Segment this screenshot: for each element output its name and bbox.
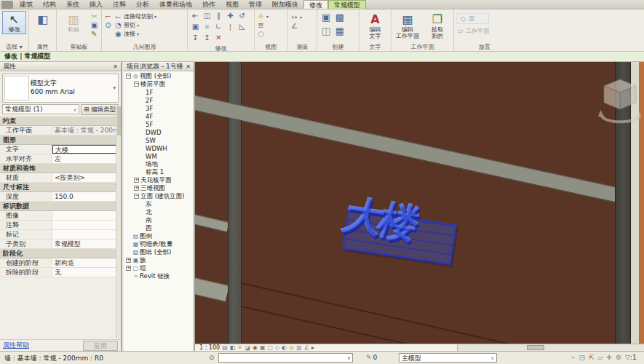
mirror-icon[interactable]: ◫ (202, 11, 212, 21)
property-row-workplane[interactable]: 工作平面基本墙 : 常规 - 200mm (0, 126, 121, 135)
tree-item-groups[interactable]: +▢组 (124, 264, 194, 272)
edit-text-button[interactable]: A 编辑 文字 (362, 11, 389, 41)
tab-structure[interactable]: 结构 (38, 0, 61, 9)
tree-item-1F[interactable]: 1F (124, 88, 194, 96)
horizontal-scrollbar[interactable] (457, 344, 644, 351)
hide-elements-button[interactable]: ◌ (257, 30, 269, 38)
drag-on-selection-icon[interactable]: ✛ (606, 354, 612, 361)
tab-manage[interactable]: 管理 (244, 0, 267, 9)
tree-item-3F[interactable]: 3F (124, 104, 194, 112)
measure-button[interactable]: ↔▾ (290, 13, 302, 21)
cut-geometry-button[interactable]: ◔ 剪切 ▾ (114, 21, 156, 29)
property-row-depth[interactable]: 深度150.0 (0, 192, 121, 202)
rendering-icon[interactable]: ◉ (253, 344, 258, 351)
properties-button[interactable]: ◧ (31, 11, 54, 28)
section-phasing[interactable]: 阶段化ˆ (0, 249, 121, 258)
collapse-toggle-icon[interactable]: − (126, 74, 131, 79)
create-similar-icon[interactable]: ▩ (333, 11, 346, 24)
visual-style-icon[interactable]: ◧ (230, 344, 236, 351)
chevron-down-icon[interactable]: ▾ (266, 12, 269, 20)
placement-face-button[interactable]: ◇ 面 (456, 13, 489, 24)
chevron-down-icon[interactable]: ▾ (137, 21, 139, 29)
create-group-icon[interactable]: ▣ (319, 11, 333, 24)
text-value-field[interactable]: 大楼 (52, 145, 121, 154)
chevron-down-icon[interactable]: ▾ (300, 13, 302, 21)
tree-item-3d-views[interactable]: +三维视图 (124, 184, 194, 192)
expand-toggle-icon[interactable]: + (126, 258, 131, 263)
collapse-toggle-icon[interactable]: − (134, 82, 139, 87)
tree-item-2F[interactable]: 2F (124, 96, 194, 104)
move-icon[interactable]: ✚ (225, 11, 236, 21)
expand-toggle-icon[interactable]: + (134, 186, 139, 191)
scale-control[interactable]: 1 : 100 (199, 344, 220, 351)
property-row-subcategory[interactable]: 子类别常规模型 (0, 240, 121, 249)
section-materials[interactable]: 材质和装饰ˆ (0, 164, 121, 173)
select-links-icon[interactable]: ⌁ (571, 354, 575, 361)
type-selector[interactable]: 模型文字 600 mm Arial ▾ (2, 74, 119, 103)
show-constraints-icon[interactable]: ∠ (304, 344, 309, 351)
section-dimensions[interactable]: 尺寸标注ˆ (0, 183, 121, 192)
property-row-horizontal-align[interactable]: 水平对齐左 (0, 154, 121, 164)
tab-contextual-generic-model[interactable]: 常规模型 (328, 0, 366, 9)
tab-modify[interactable]: 修改 (303, 0, 328, 9)
sun-path-icon[interactable]: ☀ (237, 344, 242, 351)
tree-item-5F[interactable]: 5F (124, 120, 194, 128)
tree-item-schedules[interactable]: ▦明细表/数量 (124, 240, 194, 248)
chevron-down-icon[interactable]: ▾ (137, 30, 139, 38)
tree-item-site[interactable]: 场地 (124, 160, 194, 168)
edit-work-plane-button[interactable]: ▦ 编辑 工作平面 (394, 11, 421, 41)
filter-icon[interactable]: ▽ (625, 354, 630, 361)
app-icon[interactable] (1, 1, 13, 9)
scale-icon[interactable]: ◺ (236, 22, 247, 32)
unpin-icon[interactable]: ↥ (202, 33, 212, 43)
tree-item-east[interactable]: 东 (124, 200, 194, 208)
panel-label-select[interactable]: 选择 ▾ (0, 43, 28, 52)
delete-icon[interactable]: ✕ (213, 33, 224, 43)
properties-scrollbar[interactable] (116, 106, 121, 338)
chevron-down-icon[interactable]: ▾ (113, 85, 116, 91)
paste-button[interactable]: ▥ 粘贴 (59, 11, 88, 34)
status-search-input[interactable]: ∨ (218, 353, 353, 363)
expand-toggle-icon[interactable]: + (134, 178, 139, 183)
cut-button[interactable]: ✂ (90, 12, 98, 20)
tree-item-views[interactable]: −◎视图 (全部) (124, 72, 194, 80)
tab-view[interactable]: 视图 (220, 0, 244, 9)
more-icon[interactable]: ▸ (311, 344, 314, 351)
reveal-hidden-icon[interactable]: ◎ (289, 344, 294, 351)
select-by-face-icon[interactable]: ▱ (597, 354, 603, 361)
property-row-phase-demolished[interactable]: 拆除的阶段无 (0, 268, 121, 277)
edit-type-button[interactable]: ⊞ 编辑类型 (81, 104, 119, 115)
copy-button[interactable]: ▣ (90, 21, 98, 29)
background-processes-icon[interactable]: ⚙ (616, 354, 621, 361)
property-row-phase-created[interactable]: 创建的阶段新构造 (0, 258, 121, 268)
tab-annotate[interactable]: 注释 (108, 0, 131, 9)
tree-item-legends[interactable]: ▤图例 (124, 232, 194, 240)
apply-button[interactable]: 应用 (83, 341, 118, 351)
tree-item-families[interactable]: +▣族 (124, 256, 194, 264)
property-row-text[interactable]: 文字大楼 (0, 145, 121, 154)
tab-insert[interactable]: 插入 (84, 0, 108, 9)
design-options-combo[interactable]: 主模型 ∨ (399, 353, 497, 363)
scrollbar-thumb[interactable] (527, 345, 544, 350)
show-crop-icon[interactable]: □ (268, 344, 274, 351)
tab-systems[interactable]: 系统 (61, 0, 84, 9)
view-lightbulb-button[interactable]: ☼▾ (257, 12, 269, 20)
expand-toggle-icon[interactable]: + (126, 266, 131, 271)
align-icon[interactable]: ⇤ (190, 11, 201, 21)
shadows-icon[interactable]: ◪ (245, 344, 250, 351)
search-icon[interactable]: ⊙ (209, 354, 215, 361)
tree-item-SW[interactable]: SW (124, 136, 194, 144)
join-geometry-button[interactable]: ⊙ (104, 21, 112, 29)
cope-button[interactable]: ⌐ (104, 12, 112, 20)
split-icon[interactable]: ¦ (225, 22, 236, 32)
unlocked-view-icon[interactable]: ◇ (275, 344, 279, 351)
property-row-material[interactable]: 材质<按类别> (0, 173, 121, 183)
temporary-hide-icon[interactable]: ◐ (282, 344, 287, 351)
tab-addins[interactable]: 附加模块 (267, 0, 303, 9)
trim-icon[interactable]: ∟ (213, 22, 224, 32)
tree-item-west[interactable]: 西 (124, 224, 194, 232)
select-pinned-icon[interactable]: ⇱ (589, 354, 595, 361)
offset-icon[interactable]: ∥ (213, 11, 224, 21)
close-icon[interactable]: ✕ (113, 63, 118, 70)
tree-item-revit-links[interactable]: ∞Revit 链接 (124, 272, 194, 280)
